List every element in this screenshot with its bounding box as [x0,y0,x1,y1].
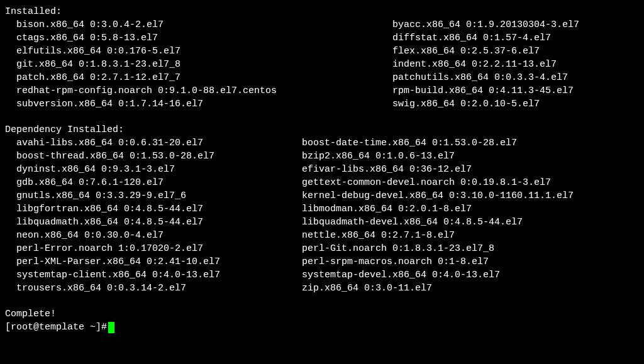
package-item: swig.x86_64 0:2.0.10-5.el7 [392,97,631,111]
package-item: redhat-rpm-config.noarch 0:9.1.0-88.el7.… [16,84,392,97]
package-item: zip.x86_64 0:3.0-11.el7 [302,282,629,295]
package-item: trousers.x86_64 0:0.3.14-2.el7 [16,282,302,295]
package-item: perl-XML-Parser.x86_64 0:2.41-10.el7 [16,255,302,268]
installed-heading: Installed: [5,5,639,18]
package-item: efivar-libs.x86_64 0:36-12.el7 [302,163,629,176]
package-item: nettle.x86_64 0:2.7.1-8.el7 [302,229,629,242]
package-item: neon.x86_64 0:0.30.0-4.el7 [16,229,302,242]
package-item: patchutils.x86_64 0:0.3.3-4.el7 [392,71,631,84]
package-item: systemtap-devel.x86_64 0:4.0-13.el7 [302,268,629,282]
package-item: elfutils.x86_64 0:0.176-5.el7 [16,45,392,58]
package-item: bzip2.x86_64 0:1.0.6-13.el7 [302,150,629,163]
package-item: gdb.x86_64 0:7.6.1-120.el7 [16,176,302,189]
package-item: flex.x86_64 0:2.5.37-6.el7 [392,45,631,58]
package-item: byacc.x86_64 0:1.9.20130304-3.el7 [392,18,631,31]
prompt-text: [root@template ~]# [5,321,107,334]
package-item: patch.x86_64 0:2.7.1-12.el7_7 [16,71,392,84]
package-item: libgfortran.x86_64 0:4.8.5-44.el7 [16,202,302,216]
dependency-list: avahi-libs.x86_64 0:0.6.31-20.el7boost-d… [5,136,639,295]
package-item: perl-Error.noarch 1:0.17020-2.el7 [16,242,302,255]
package-item: bison.x86_64 0:3.0.4-2.el7 [16,18,392,31]
package-item: avahi-libs.x86_64 0:0.6.31-20.el7 [16,136,302,150]
package-item: gettext-common-devel.noarch 0:0.19.8.1-3… [302,176,629,189]
package-item: libquadmath-devel.x86_64 0:4.8.5-44.el7 [302,216,629,229]
installed-list: bison.x86_64 0:3.0.4-2.el7byacc.x86_64 0… [5,18,639,111]
package-item: perl-Git.noarch 0:1.8.3.1-23.el7_8 [302,242,629,255]
package-item: diffstat.x86_64 0:1.57-4.el7 [392,31,631,45]
package-item: ctags.x86_64 0:5.8-13.el7 [16,31,392,45]
package-item: git.x86_64 0:1.8.3.1-23.el7_8 [16,58,392,71]
package-item: kernel-debug-devel.x86_64 0:3.10.0-1160.… [302,189,629,202]
package-item: indent.x86_64 0:2.2.11-13.el7 [392,58,631,71]
dependency-heading: Dependency Installed: [5,123,639,136]
package-item: gnutls.x86_64 0:3.3.29-9.el7_6 [16,189,302,202]
package-item: subversion.x86_64 0:1.7.14-16.el7 [16,97,392,111]
package-item: rpm-build.x86_64 0:4.11.3-45.el7 [392,84,631,97]
package-item: dyninst.x86_64 0:9.3.1-3.el7 [16,163,302,176]
package-item: boost-date-time.x86_64 0:1.53.0-28.el7 [302,136,629,150]
package-item: perl-srpm-macros.noarch 0:1-8.el7 [302,255,629,268]
cursor-icon [108,322,114,333]
package-item: boost-thread.x86_64 0:1.53.0-28.el7 [16,150,302,163]
package-item: systemtap-client.x86_64 0:4.0-13.el7 [16,268,302,282]
package-item: libquadmath.x86_64 0:4.8.5-44.el7 [16,216,302,229]
shell-prompt[interactable]: [root@template ~]# [5,321,639,334]
complete-message: Complete! [5,307,639,321]
package-item: libmodman.x86_64 0:2.0.1-8.el7 [302,202,629,216]
